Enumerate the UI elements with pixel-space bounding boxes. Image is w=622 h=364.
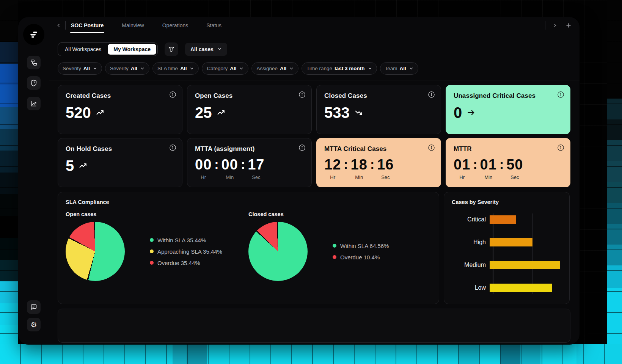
time-value: 00Hr : 00Min : 17Sec xyxy=(195,157,304,180)
legend-label: Approaching SLA 35.44% xyxy=(157,248,222,255)
severity-row-high: High xyxy=(452,236,562,248)
sidebar-item-workflows[interactable] xyxy=(27,56,41,69)
charts-row: SLA Compliance Open cases Within SLA 35.… xyxy=(58,192,570,304)
hours-label: Hr xyxy=(459,174,465,180)
filter-label: Team xyxy=(385,66,397,71)
chat-icon xyxy=(30,303,38,311)
open-cases-subtitle: Open cases xyxy=(66,211,248,217)
filter-assignee[interactable]: Assignee All xyxy=(251,62,298,75)
colon: : xyxy=(214,158,218,171)
filter-category[interactable]: Category All xyxy=(202,62,248,75)
cases-dropdown[interactable]: All cases xyxy=(185,43,227,56)
hours-value: 12 xyxy=(324,157,341,172)
minutes-value: 18 xyxy=(351,157,368,172)
chevron-down-icon xyxy=(217,46,222,52)
legend-item: Approaching SLA 35.44% xyxy=(150,248,222,255)
severity-row-medium: Medium xyxy=(452,259,562,271)
kpi-value: 25 xyxy=(195,105,212,120)
trend-up-icon xyxy=(217,108,226,117)
chevron-down-icon xyxy=(190,66,194,71)
kpi-title: MTTA (assignment) xyxy=(195,145,304,153)
filter-value: All xyxy=(400,66,406,71)
info-icon[interactable] xyxy=(169,91,176,98)
kpi-title: Created Cases xyxy=(66,92,174,100)
cases-by-severity-title: Cases by Severity xyxy=(452,199,562,205)
backdrop-left-blocks xyxy=(0,0,18,364)
arrow-right-icon xyxy=(466,108,476,117)
info-icon[interactable] xyxy=(428,91,435,98)
filter-label: Severity xyxy=(110,66,129,71)
closed-cases-chart: Closed cases Within SLA 64.56% Overdue 1… xyxy=(248,211,431,281)
filter-team[interactable]: Team All xyxy=(380,62,418,75)
info-icon[interactable] xyxy=(557,144,564,151)
tabs-scroll-left-button[interactable] xyxy=(55,21,63,30)
seconds-value: 50 xyxy=(506,157,523,172)
tab-status[interactable]: Status xyxy=(206,18,222,33)
kpi-card-unassigned-critical-cases: Unassigned Critical Cases 0 xyxy=(446,85,570,134)
app-logo-icon xyxy=(29,30,39,39)
legend-dot-red xyxy=(333,255,336,259)
legend-item: Within SLA 64.56% xyxy=(333,243,389,249)
minutes-value: 00 xyxy=(221,157,238,172)
kpi-card-open-cases: Open Cases 25 xyxy=(187,85,312,134)
filter-sla-time[interactable]: SLA time All xyxy=(152,62,199,75)
tab-bar: SOC Posture Mainview Operations Status xyxy=(49,17,580,34)
gear-icon: ⚙ xyxy=(30,321,37,328)
closed-cases-pie xyxy=(248,222,308,281)
filter-value: All xyxy=(280,66,286,71)
tab-mainview[interactable]: Mainview xyxy=(121,18,145,33)
chevron-down-icon xyxy=(409,66,413,71)
open-cases-pie xyxy=(66,222,125,281)
info-icon[interactable] xyxy=(298,144,306,151)
backdrop-bottom-cyan-row xyxy=(0,344,622,364)
kpi-card-closed-cases: Closed Cases 533 xyxy=(316,85,441,134)
filter-label: Category xyxy=(207,66,228,71)
severity-row-critical: Critical xyxy=(452,213,562,226)
tab-operations[interactable]: Operations xyxy=(162,18,189,33)
info-icon[interactable] xyxy=(169,144,176,151)
tab-bar-actions xyxy=(545,21,573,30)
kpi-card-mtta-critical-cases: MTTA Critical Cases 12Hr : 18Min : 16Sec xyxy=(316,138,441,187)
filter-time-range[interactable]: Time range last 3 month xyxy=(302,62,377,75)
closed-cases-legend: Within SLA 64.56% Overdue 10.4% xyxy=(333,243,389,260)
info-icon[interactable] xyxy=(557,91,564,98)
filter-value: last 3 month xyxy=(335,66,365,71)
filter-severity-2[interactable]: Severity All xyxy=(105,62,149,75)
backdrop-right-blocks xyxy=(607,0,622,364)
trend-down-icon xyxy=(354,108,363,117)
hours-value: 00 xyxy=(195,157,212,172)
info-icon[interactable] xyxy=(428,144,435,151)
time-value: 01Hr : 01Min : 50Sec xyxy=(454,157,562,180)
info-icon[interactable] xyxy=(298,91,306,98)
legend-dot-green xyxy=(150,238,154,242)
colon: : xyxy=(344,158,348,171)
sidebar-item-feedback[interactable] xyxy=(27,300,41,314)
tabs-scroll-right-button[interactable] xyxy=(551,21,559,30)
kpi-grid: Created Cases 520 Open Cases 25 Closed C… xyxy=(58,85,570,187)
my-workspace-segment[interactable]: My Workspace xyxy=(108,44,156,55)
tab-soc-posture[interactable]: SOC Posture xyxy=(70,18,104,33)
seconds-label: Sec xyxy=(510,174,519,180)
colon: : xyxy=(499,158,504,171)
minutes-label: Min xyxy=(484,174,492,180)
sidebar-bottom: ⚙ xyxy=(27,300,41,331)
sidebar-item-settings[interactable]: ⚙ xyxy=(27,318,41,331)
add-tab-button[interactable] xyxy=(564,21,573,30)
sidebar-item-security[interactable] xyxy=(27,76,41,90)
trend-up-icon xyxy=(96,108,105,117)
tab-divider-right xyxy=(545,21,545,30)
sidebar-item-insights[interactable] xyxy=(27,97,41,110)
severity-label: High xyxy=(452,239,490,246)
app-logo[interactable] xyxy=(23,24,44,45)
cases-dropdown-value: All cases xyxy=(190,46,214,52)
filter-button[interactable] xyxy=(165,42,178,56)
filter-value: All xyxy=(230,66,236,71)
all-workspaces-segment[interactable]: All Workspaces xyxy=(59,44,107,55)
legend-label: Overdue 35.44% xyxy=(157,260,200,266)
kpi-title: Open Cases xyxy=(195,92,304,100)
legend-dot-yellow xyxy=(150,249,154,253)
tab-divider xyxy=(65,21,66,30)
filter-severity-1[interactable]: Severity All xyxy=(58,62,102,75)
sla-compliance-card: SLA Compliance Open cases Within SLA 35.… xyxy=(58,192,439,304)
seconds-value: 16 xyxy=(377,157,394,172)
